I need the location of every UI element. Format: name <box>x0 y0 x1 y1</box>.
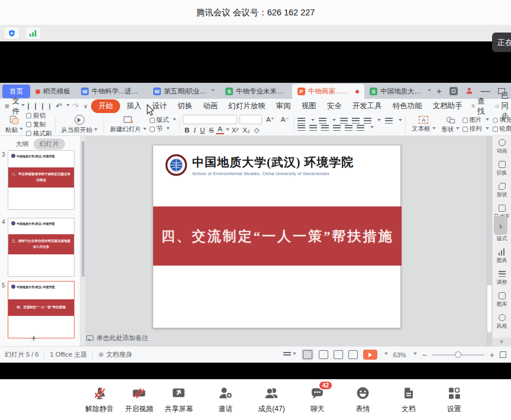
cut-button[interactable]: 剪切 <box>26 112 52 120</box>
redo-icon[interactable]: ↷ <box>72 102 79 111</box>
strikethrough-button[interactable]: S <box>207 127 216 134</box>
font-increase-button[interactable]: A⁺ <box>264 115 277 124</box>
tab-templates[interactable]: 稻壳模板 <box>30 85 76 98</box>
section-button[interactable]: 节 <box>150 125 176 133</box>
ribbon-tab-animation[interactable]: 动画 <box>198 101 223 111</box>
bullet-list-icon[interactable] <box>297 118 305 124</box>
tab-doc-active[interactable]: P牛物商家...适合背景 <box>292 84 364 99</box>
font-family-select[interactable] <box>183 115 237 124</box>
layout-button[interactable]: 版式 <box>150 116 176 124</box>
reading-view-button[interactable] <box>334 350 343 359</box>
settings-button[interactable]: 设置 <box>441 385 467 414</box>
sidebar-item-chart[interactable]: 图表 <box>493 245 511 267</box>
ribbon-tab-assistant[interactable]: 文档助手 <box>428 101 468 111</box>
align-right-icon[interactable] <box>321 125 329 131</box>
play-from-current-button[interactable]: 从当前开始 <box>59 115 101 134</box>
font-decrease-button[interactable]: A⁻ <box>279 115 291 124</box>
copy-button[interactable]: 复制 <box>26 121 52 129</box>
ribbon-tab-devtools[interactable]: 开发工具 <box>347 101 387 111</box>
outdent-icon[interactable] <box>340 118 348 124</box>
unmute-button[interactable]: 解除静音 <box>85 385 114 414</box>
picture-button[interactable]: 图片 <box>463 116 489 124</box>
members-button[interactable]: 成员(47) <box>258 385 284 414</box>
fill-button[interactable]: 填充 <box>493 116 511 124</box>
ribbon-tab-transition[interactable]: 切换 <box>172 101 198 111</box>
ribbon-tab-features[interactable]: 特色功能 <box>387 101 428 111</box>
bold-button[interactable]: B <box>183 127 192 134</box>
security-shield-button[interactable] <box>4 27 20 40</box>
tab-doc-5[interactable]: S中国地质大...4.14) <box>364 85 436 98</box>
comment-view-button[interactable] <box>348 350 358 359</box>
new-slide-button[interactable]: 新建幻灯片 <box>107 115 150 134</box>
notes-bar[interactable]: 单击此处添加备注 <box>86 334 148 343</box>
sidebar-more-button[interactable]: ∨ <box>492 338 511 346</box>
sidebar-item-transition[interactable]: 切换 <box>493 158 511 180</box>
ribbon-tab-security[interactable]: 安全 <box>322 101 347 111</box>
theme-name[interactable]: 1 Office 主题 <box>50 350 87 359</box>
sidebar-item-gallery[interactable]: 图库 <box>493 289 511 311</box>
zoom-slider-handle[interactable] <box>455 351 461 358</box>
arrange-button[interactable]: 排列 <box>463 125 489 133</box>
paste-button[interactable]: 粘贴 <box>2 115 26 134</box>
tab-doc-1[interactable]: W牛物科学...进全方案 <box>76 85 148 98</box>
slide-canvas[interactable]: 中国地质大学(武汉) 环境学院 School of Environmental … <box>153 145 401 328</box>
slideshow-play-button[interactable] <box>363 350 377 360</box>
add-slide-button[interactable]: + <box>31 332 37 344</box>
underline-button[interactable]: U <box>198 127 207 134</box>
slide-sorter-view-button[interactable] <box>319 350 328 359</box>
print-icon[interactable] <box>35 103 36 110</box>
vip-member-icon[interactable] <box>465 87 473 95</box>
zoom-out-button[interactable]: − <box>422 350 427 360</box>
undo-icon[interactable]: ↶ <box>56 102 62 111</box>
fullscreen-button[interactable] <box>500 351 506 358</box>
scrollbar-thumb[interactable] <box>487 285 491 332</box>
sidebar-item-style[interactable]: 风格 <box>493 311 511 333</box>
chat-button[interactable]: 42 聊天 <box>305 385 331 414</box>
sidebar-item-animation[interactable]: 动画 <box>493 136 511 158</box>
ribbon-tab-view[interactable]: 视图 <box>296 101 322 111</box>
normal-view-button[interactable] <box>302 349 313 360</box>
canvas-scrollbar[interactable] <box>486 136 492 346</box>
share-screen-button[interactable]: 共享屏幕 <box>164 385 193 414</box>
tab-doc-2[interactable]: W第五期|职业简书初稿 <box>148 85 220 98</box>
line-spacing-icon[interactable] <box>385 118 393 124</box>
sharing-status-badge[interactable]: 正在 <box>492 33 511 52</box>
align-center-icon[interactable] <box>309 125 317 131</box>
workspace-icon[interactable] <box>449 87 458 95</box>
slide-thumbnail-3[interactable]: 中国地质大学(武汉) 环境学院 二、毕业审核暨领导班子调研走访就业单位情况 <box>8 150 75 210</box>
columns-icon[interactable] <box>357 125 364 131</box>
align-dispersed-icon[interactable] <box>345 125 352 131</box>
new-tab-button[interactable]: + <box>436 86 442 96</box>
minimize-button[interactable]: — <box>481 86 490 96</box>
zoom-in-button[interactable]: + <box>490 350 494 360</box>
network-quality-button[interactable] <box>25 27 41 40</box>
save-icon[interactable] <box>28 103 29 110</box>
sidebar-item-adjust[interactable]: 调整 <box>493 267 511 289</box>
ribbon-tab-slideshow[interactable]: 幻灯片放映 <box>223 101 271 111</box>
zoom-level[interactable]: 63% <box>393 351 406 358</box>
align-left-icon[interactable] <box>297 125 305 131</box>
clear-format-button[interactable]: ◇ <box>252 126 261 134</box>
more-commands-icon[interactable]: ∨ <box>83 103 88 109</box>
print-preview-icon[interactable] <box>42 103 43 110</box>
panel-scrollbar[interactable] <box>80 136 85 346</box>
sidebar-expand-button[interactable]: › <box>494 216 507 235</box>
doc-slim-button[interactable]: 文档瘦身 <box>106 350 132 359</box>
shapes-button[interactable]: 形状 <box>439 116 463 134</box>
scrollbar-thumb[interactable] <box>82 141 85 277</box>
docs-button[interactable]: 文档 <box>396 385 422 414</box>
emoji-button[interactable]: 表情 <box>350 385 376 414</box>
italic-button[interactable]: I <box>192 127 198 134</box>
start-video-button[interactable]: 开启视频 <box>125 385 153 414</box>
font-size-select[interactable] <box>240 115 262 124</box>
notes-toggle-button[interactable] <box>283 352 296 357</box>
slides-tab[interactable]: 幻灯片 <box>34 138 65 150</box>
zoom-slider[interactable] <box>432 354 484 356</box>
sidebar-item-shapes[interactable]: 形状 <box>493 180 511 202</box>
slide-thumbnail-4[interactable]: 中国地质大学(武汉) 环境学院 三、调研与企业单位结对帮扶就业基地建设工作任务 <box>8 218 75 277</box>
text-direction-icon[interactable] <box>364 118 371 124</box>
invite-button[interactable]: 邀请 <box>212 385 238 414</box>
font-color-button[interactable]: A <box>216 126 225 134</box>
superscript-button[interactable]: X² <box>229 127 241 134</box>
align-justify-icon[interactable] <box>333 125 341 131</box>
